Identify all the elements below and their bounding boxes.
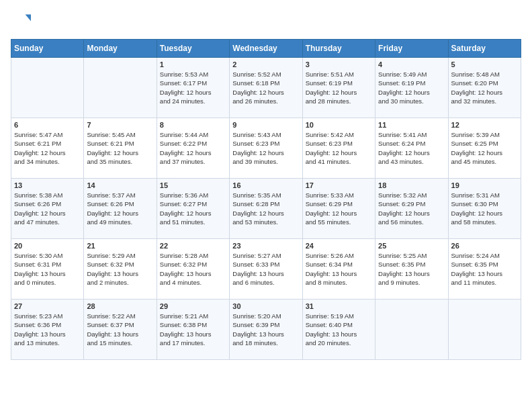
calendar-cell: 25Sunrise: 5:25 AM Sunset: 6:35 PM Dayli… [375, 239, 448, 300]
cell-daylight-info: Sunrise: 5:39 AM Sunset: 6:25 PM Dayligh… [451, 130, 518, 166]
day-number: 13 [14, 181, 81, 189]
cell-daylight-info: Sunrise: 5:47 AM Sunset: 6:21 PM Dayligh… [14, 130, 81, 166]
cell-daylight-info: Sunrise: 5:42 AM Sunset: 6:23 PM Dayligh… [306, 130, 372, 166]
day-number: 24 [306, 242, 372, 250]
cell-daylight-info: Sunrise: 5:20 AM Sunset: 6:39 PM Dayligh… [232, 312, 299, 347]
calendar-cell: 1Sunrise: 5:53 AM Sunset: 6:17 PM Daylig… [157, 58, 229, 118]
cell-daylight-info: Sunrise: 5:21 AM Sunset: 6:38 PM Dayligh… [160, 312, 226, 347]
calendar-cell: 28Sunrise: 5:22 AM Sunset: 6:37 PM Dayli… [84, 300, 157, 360]
cell-daylight-info: Sunrise: 5:27 AM Sunset: 6:33 PM Dayligh… [232, 251, 299, 287]
day-number: 3 [306, 60, 372, 68]
weekday-header: Saturday [448, 40, 521, 58]
calendar-cell: 29Sunrise: 5:21 AM Sunset: 6:38 PM Dayli… [157, 300, 229, 360]
day-number: 19 [451, 181, 518, 189]
cell-daylight-info: Sunrise: 5:37 AM Sunset: 6:26 PM Dayligh… [87, 191, 153, 226]
calendar-cell: 12Sunrise: 5:39 AM Sunset: 6:25 PM Dayli… [448, 118, 521, 179]
calendar-cell: 8Sunrise: 5:44 AM Sunset: 6:22 PM Daylig… [157, 118, 229, 179]
calendar-cell: 13Sunrise: 5:38 AM Sunset: 6:26 PM Dayli… [11, 179, 84, 239]
calendar-week-row: 13Sunrise: 5:38 AM Sunset: 6:26 PM Dayli… [11, 179, 521, 239]
cell-daylight-info: Sunrise: 5:28 AM Sunset: 6:32 PM Dayligh… [160, 251, 226, 287]
page-header [11, 11, 521, 32]
day-number: 21 [87, 242, 153, 250]
weekday-header: Tuesday [157, 40, 229, 58]
cell-daylight-info: Sunrise: 5:51 AM Sunset: 6:19 PM Dayligh… [306, 70, 372, 105]
calendar-cell: 10Sunrise: 5:42 AM Sunset: 6:23 PM Dayli… [302, 118, 375, 179]
cell-daylight-info: Sunrise: 5:30 AM Sunset: 6:31 PM Dayligh… [14, 251, 81, 287]
calendar-cell: 24Sunrise: 5:26 AM Sunset: 6:34 PM Dayli… [302, 239, 375, 300]
cell-daylight-info: Sunrise: 5:48 AM Sunset: 6:20 PM Dayligh… [451, 70, 518, 105]
calendar-cell: 18Sunrise: 5:32 AM Sunset: 6:29 PM Dayli… [375, 179, 448, 239]
weekday-header: Friday [375, 40, 448, 58]
day-number: 12 [451, 121, 518, 129]
day-number: 30 [232, 302, 299, 310]
day-number: 26 [451, 242, 518, 250]
cell-daylight-info: Sunrise: 5:49 AM Sunset: 6:19 PM Dayligh… [378, 70, 445, 105]
calendar-week-row: 1Sunrise: 5:53 AM Sunset: 6:17 PM Daylig… [11, 58, 521, 118]
cell-daylight-info: Sunrise: 5:45 AM Sunset: 6:21 PM Dayligh… [87, 130, 153, 166]
logo [11, 11, 19, 32]
cell-daylight-info: Sunrise: 5:43 AM Sunset: 6:23 PM Dayligh… [232, 130, 299, 166]
day-number: 31 [306, 302, 372, 310]
logo-icon [12, 11, 31, 30]
cell-daylight-info: Sunrise: 5:19 AM Sunset: 6:40 PM Dayligh… [306, 312, 372, 347]
cell-daylight-info: Sunrise: 5:41 AM Sunset: 6:24 PM Dayligh… [378, 130, 445, 166]
day-number: 29 [160, 302, 226, 310]
calendar-cell: 15Sunrise: 5:36 AM Sunset: 6:27 PM Dayli… [157, 179, 229, 239]
day-number: 16 [232, 181, 299, 189]
cell-daylight-info: Sunrise: 5:38 AM Sunset: 6:26 PM Dayligh… [14, 191, 81, 226]
calendar-cell [11, 58, 84, 118]
day-number: 25 [378, 242, 445, 250]
day-number: 2 [232, 60, 299, 68]
weekday-header: Monday [84, 40, 157, 58]
cell-daylight-info: Sunrise: 5:53 AM Sunset: 6:17 PM Dayligh… [160, 70, 226, 105]
cell-daylight-info: Sunrise: 5:52 AM Sunset: 6:18 PM Dayligh… [232, 70, 299, 105]
day-number: 17 [306, 181, 372, 189]
calendar-cell: 5Sunrise: 5:48 AM Sunset: 6:20 PM Daylig… [448, 58, 521, 118]
weekday-header: Wednesday [230, 40, 302, 58]
day-number: 1 [160, 60, 226, 68]
calendar-cell: 16Sunrise: 5:35 AM Sunset: 6:28 PM Dayli… [230, 179, 302, 239]
cell-daylight-info: Sunrise: 5:31 AM Sunset: 6:30 PM Dayligh… [451, 191, 518, 226]
cell-daylight-info: Sunrise: 5:32 AM Sunset: 6:29 PM Dayligh… [378, 191, 445, 226]
calendar-cell: 21Sunrise: 5:29 AM Sunset: 6:32 PM Dayli… [84, 239, 157, 300]
day-number: 11 [378, 121, 445, 129]
calendar-cell: 2Sunrise: 5:52 AM Sunset: 6:18 PM Daylig… [230, 58, 302, 118]
calendar-cell: 22Sunrise: 5:28 AM Sunset: 6:32 PM Dayli… [157, 239, 229, 300]
day-number: 8 [160, 121, 226, 129]
day-number: 6 [14, 121, 81, 129]
cell-daylight-info: Sunrise: 5:25 AM Sunset: 6:35 PM Dayligh… [378, 251, 445, 287]
cell-daylight-info: Sunrise: 5:35 AM Sunset: 6:28 PM Dayligh… [232, 191, 299, 226]
calendar-cell: 23Sunrise: 5:27 AM Sunset: 6:33 PM Dayli… [230, 239, 302, 300]
calendar-cell: 19Sunrise: 5:31 AM Sunset: 6:30 PM Dayli… [448, 179, 521, 239]
calendar-cell: 26Sunrise: 5:24 AM Sunset: 6:35 PM Dayli… [448, 239, 521, 300]
calendar-cell: 14Sunrise: 5:37 AM Sunset: 6:26 PM Dayli… [84, 179, 157, 239]
calendar-cell: 11Sunrise: 5:41 AM Sunset: 6:24 PM Dayli… [375, 118, 448, 179]
cell-daylight-info: Sunrise: 5:44 AM Sunset: 6:22 PM Dayligh… [160, 130, 226, 166]
calendar-cell: 6Sunrise: 5:47 AM Sunset: 6:21 PM Daylig… [11, 118, 84, 179]
day-number: 23 [232, 242, 299, 250]
calendar-table: SundayMondayTuesdayWednesdayThursdayFrid… [11, 39, 521, 360]
calendar-cell: 31Sunrise: 5:19 AM Sunset: 6:40 PM Dayli… [302, 300, 375, 360]
calendar-week-row: 27Sunrise: 5:23 AM Sunset: 6:36 PM Dayli… [11, 300, 521, 360]
cell-daylight-info: Sunrise: 5:33 AM Sunset: 6:29 PM Dayligh… [306, 191, 372, 226]
header-row: SundayMondayTuesdayWednesdayThursdayFrid… [11, 40, 521, 58]
day-number: 28 [87, 302, 153, 310]
day-number: 15 [160, 181, 226, 189]
calendar-week-row: 6Sunrise: 5:47 AM Sunset: 6:21 PM Daylig… [11, 118, 521, 179]
calendar-cell [448, 300, 521, 360]
calendar-cell [375, 300, 448, 360]
day-number: 27 [14, 302, 81, 310]
day-number: 4 [378, 60, 445, 68]
day-number: 5 [451, 60, 518, 68]
calendar-cell: 7Sunrise: 5:45 AM Sunset: 6:21 PM Daylig… [84, 118, 157, 179]
cell-daylight-info: Sunrise: 5:22 AM Sunset: 6:37 PM Dayligh… [87, 312, 153, 347]
calendar-cell: 9Sunrise: 5:43 AM Sunset: 6:23 PM Daylig… [230, 118, 302, 179]
calendar-cell: 4Sunrise: 5:49 AM Sunset: 6:19 PM Daylig… [375, 58, 448, 118]
day-number: 20 [14, 242, 81, 250]
day-number: 14 [87, 181, 153, 189]
weekday-header: Sunday [11, 40, 84, 58]
cell-daylight-info: Sunrise: 5:24 AM Sunset: 6:35 PM Dayligh… [451, 251, 518, 287]
calendar-cell: 27Sunrise: 5:23 AM Sunset: 6:36 PM Dayli… [11, 300, 84, 360]
cell-daylight-info: Sunrise: 5:23 AM Sunset: 6:36 PM Dayligh… [14, 312, 81, 347]
calendar-cell: 30Sunrise: 5:20 AM Sunset: 6:39 PM Dayli… [230, 300, 302, 360]
